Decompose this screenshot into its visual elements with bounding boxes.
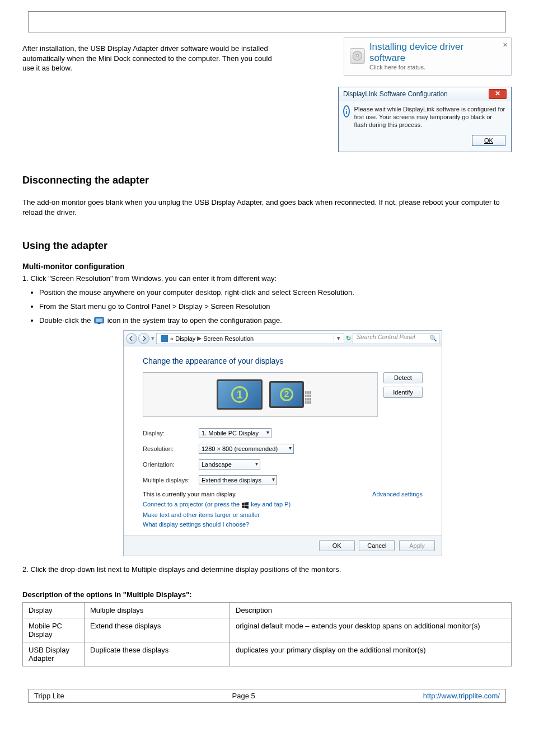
breadcrumb-screen-resolution[interactable]: Screen Resolution xyxy=(203,335,254,342)
disconnecting-text: The add-on monitor goes blank when you u… xyxy=(22,198,512,218)
bullet-item: From the Start menu go to Control Panel … xyxy=(39,302,512,311)
main-display-text: This is currently your main display. xyxy=(143,491,237,497)
table-row: Display Multiple displays Description xyxy=(23,602,512,618)
using-heading: Using the adapter xyxy=(22,240,512,252)
label-multiple-displays: Multiple displays: xyxy=(143,477,199,483)
help-link[interactable]: What display settings should I choose? xyxy=(143,521,423,528)
step-2-text: 2. Click the drop-down list next to Mult… xyxy=(22,565,512,574)
step-1-text: 1. Click "Screen Resolution" from Window… xyxy=(22,274,512,283)
info-icon: i xyxy=(343,105,350,118)
apply-button[interactable]: Apply xyxy=(399,540,435,551)
ok-button[interactable]: OK xyxy=(319,540,355,551)
label-resolution: Resolution: xyxy=(143,445,199,452)
bullet-item: Position the mouse anywhere on your comp… xyxy=(39,288,512,297)
cancel-button[interactable]: Cancel xyxy=(359,540,395,551)
install-notification: Installing device driver software Click … xyxy=(344,37,512,76)
ok-button[interactable]: OK xyxy=(472,135,505,146)
table-row: Mobile PC Display Extend these displays … xyxy=(23,618,512,642)
breadcrumb-prefix: « xyxy=(170,335,174,342)
displaylink-config-dialog: DisplayLink Software Configuration ✕ i P… xyxy=(338,87,512,152)
displaylink-tray-icon xyxy=(94,317,104,325)
screen-resolution-window: ▾ « Display ▶ Screen Resolution ▾ ↻ Sear… xyxy=(123,330,442,556)
page-title: Change the appearance of your displays xyxy=(143,356,423,365)
multi-monitor-heading: Multi-monitor configuration xyxy=(22,262,512,271)
page-footer: Tripp Lite Page 5 http://www.tripplite.c… xyxy=(28,689,506,703)
identify-button[interactable]: Identify xyxy=(383,387,423,398)
table-caption: Description of the options in "Multiple … xyxy=(22,590,512,599)
footer-url[interactable]: http://www.tripplite.com/ xyxy=(423,692,500,700)
monitor-2[interactable]: 2 ▮▮▮▮▮▮▮▮▮▮▮▮▮▮▮▮ xyxy=(269,381,304,408)
display-select[interactable]: 1. Mobile PC Display xyxy=(199,428,271,438)
footer-copyright: Tripp Lite xyxy=(34,692,64,700)
nav-forward-button[interactable] xyxy=(138,333,149,344)
notification-title: Installing device driver software xyxy=(369,41,496,64)
svg-point-1 xyxy=(356,55,358,57)
address-bar[interactable]: « Display ▶ Screen Resolution ▾ xyxy=(156,333,344,344)
windows-key-icon xyxy=(241,502,249,509)
driver-disc-icon xyxy=(350,48,365,64)
label-orientation: Orientation: xyxy=(143,461,199,468)
resolution-select[interactable]: 1280 × 800 (recommended) xyxy=(199,444,294,454)
notification-subtitle[interactable]: Click here for status. xyxy=(369,64,496,71)
search-icon: 🔍 xyxy=(429,335,437,342)
svg-rect-3 xyxy=(96,319,102,322)
chevron-down-icon[interactable]: ▾ xyxy=(334,335,341,342)
monitor-1[interactable]: 1 xyxy=(217,379,263,410)
refresh-icon[interactable]: ↻ xyxy=(346,335,351,342)
detect-button[interactable]: Detect xyxy=(383,372,423,383)
footer-page: Page 5 xyxy=(232,692,255,700)
orientation-select[interactable]: Landscape xyxy=(199,459,260,469)
options-table: Display Multiple displays Description Mo… xyxy=(22,602,512,666)
dialog-title: DisplayLink Software Configuration xyxy=(343,90,448,98)
label-display: Display: xyxy=(143,430,199,436)
nav-back-button[interactable] xyxy=(126,333,137,344)
dialog-message: Please wait while DisplayLink software i… xyxy=(354,105,507,129)
breadcrumb-display[interactable]: Display xyxy=(175,335,195,342)
close-icon[interactable]: × xyxy=(503,40,508,49)
close-button[interactable]: ✕ xyxy=(489,89,507,99)
svg-rect-4 xyxy=(98,323,101,325)
display-icon xyxy=(161,335,168,342)
disconnecting-heading: Disconnecting the adapter xyxy=(22,175,512,186)
table-row: USB Display Adapter Duplicate these disp… xyxy=(23,642,512,666)
advanced-settings-link[interactable]: Advanced settings xyxy=(372,491,423,497)
text-size-link[interactable]: Make text and other items larger or smal… xyxy=(143,511,423,518)
multiple-displays-select[interactable]: Extend these displays xyxy=(199,475,277,485)
search-input[interactable]: Search Control Panel 🔍 xyxy=(353,333,439,344)
bullet-item: Double-click the icon in the system tray… xyxy=(39,316,512,325)
chevron-right-icon: ▶ xyxy=(197,335,202,342)
connect-projector-link[interactable]: Connect to a projector (or press the key… xyxy=(143,501,423,508)
display-arrangement[interactable]: 1 2 ▮▮▮▮▮▮▮▮▮▮▮▮▮▮▮▮ xyxy=(143,372,378,417)
